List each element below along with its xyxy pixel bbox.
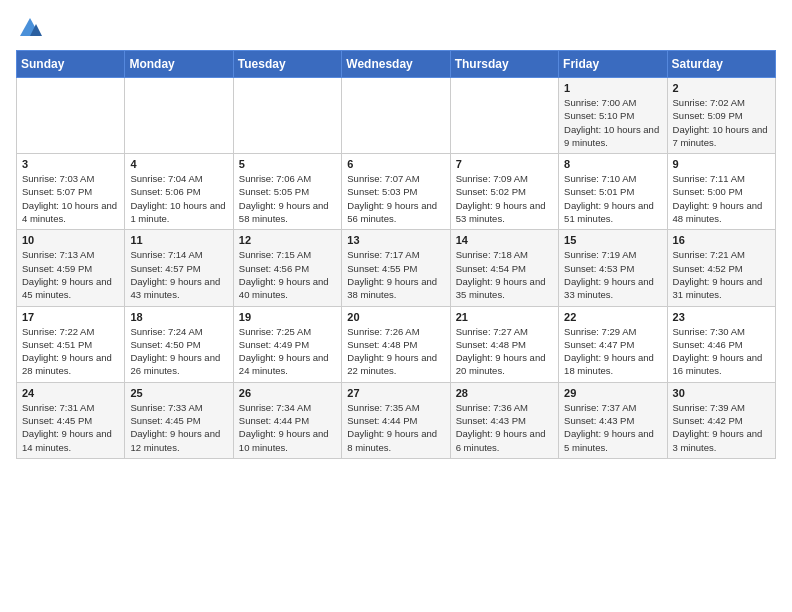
day-info: Sunrise: 7:06 AM Sunset: 5:05 PM Dayligh… (239, 172, 336, 225)
calendar-cell (450, 78, 558, 154)
calendar-cell: 15Sunrise: 7:19 AM Sunset: 4:53 PM Dayli… (559, 230, 667, 306)
calendar-cell: 6Sunrise: 7:07 AM Sunset: 5:03 PM Daylig… (342, 154, 450, 230)
day-number: 30 (673, 387, 770, 399)
day-info: Sunrise: 7:39 AM Sunset: 4:42 PM Dayligh… (673, 401, 770, 454)
day-info: Sunrise: 7:25 AM Sunset: 4:49 PM Dayligh… (239, 325, 336, 378)
day-number: 9 (673, 158, 770, 170)
day-info: Sunrise: 7:34 AM Sunset: 4:44 PM Dayligh… (239, 401, 336, 454)
day-number: 13 (347, 234, 444, 246)
calendar-cell: 29Sunrise: 7:37 AM Sunset: 4:43 PM Dayli… (559, 382, 667, 458)
weekday-header: Thursday (450, 51, 558, 78)
calendar-header-row: SundayMondayTuesdayWednesdayThursdayFrid… (17, 51, 776, 78)
weekday-header: Monday (125, 51, 233, 78)
day-number: 2 (673, 82, 770, 94)
day-number: 23 (673, 311, 770, 323)
calendar-cell: 5Sunrise: 7:06 AM Sunset: 5:05 PM Daylig… (233, 154, 341, 230)
day-number: 16 (673, 234, 770, 246)
calendar-cell: 18Sunrise: 7:24 AM Sunset: 4:50 PM Dayli… (125, 306, 233, 382)
calendar-cell: 3Sunrise: 7:03 AM Sunset: 5:07 PM Daylig… (17, 154, 125, 230)
calendar-cell: 2Sunrise: 7:02 AM Sunset: 5:09 PM Daylig… (667, 78, 775, 154)
day-number: 6 (347, 158, 444, 170)
calendar-cell: 12Sunrise: 7:15 AM Sunset: 4:56 PM Dayli… (233, 230, 341, 306)
day-info: Sunrise: 7:00 AM Sunset: 5:10 PM Dayligh… (564, 96, 661, 149)
calendar-week-row: 17Sunrise: 7:22 AM Sunset: 4:51 PM Dayli… (17, 306, 776, 382)
day-info: Sunrise: 7:27 AM Sunset: 4:48 PM Dayligh… (456, 325, 553, 378)
day-info: Sunrise: 7:29 AM Sunset: 4:47 PM Dayligh… (564, 325, 661, 378)
weekday-header: Sunday (17, 51, 125, 78)
calendar-cell (17, 78, 125, 154)
day-info: Sunrise: 7:31 AM Sunset: 4:45 PM Dayligh… (22, 401, 119, 454)
day-info: Sunrise: 7:17 AM Sunset: 4:55 PM Dayligh… (347, 248, 444, 301)
logo (16, 16, 42, 40)
calendar-week-row: 1Sunrise: 7:00 AM Sunset: 5:10 PM Daylig… (17, 78, 776, 154)
weekday-header: Saturday (667, 51, 775, 78)
day-info: Sunrise: 7:11 AM Sunset: 5:00 PM Dayligh… (673, 172, 770, 225)
calendar-week-row: 10Sunrise: 7:13 AM Sunset: 4:59 PM Dayli… (17, 230, 776, 306)
calendar-cell: 1Sunrise: 7:00 AM Sunset: 5:10 PM Daylig… (559, 78, 667, 154)
calendar-cell: 11Sunrise: 7:14 AM Sunset: 4:57 PM Dayli… (125, 230, 233, 306)
calendar-cell: 7Sunrise: 7:09 AM Sunset: 5:02 PM Daylig… (450, 154, 558, 230)
day-info: Sunrise: 7:21 AM Sunset: 4:52 PM Dayligh… (673, 248, 770, 301)
calendar-cell: 13Sunrise: 7:17 AM Sunset: 4:55 PM Dayli… (342, 230, 450, 306)
day-number: 4 (130, 158, 227, 170)
day-info: Sunrise: 7:19 AM Sunset: 4:53 PM Dayligh… (564, 248, 661, 301)
calendar-cell (342, 78, 450, 154)
day-number: 3 (22, 158, 119, 170)
day-info: Sunrise: 7:15 AM Sunset: 4:56 PM Dayligh… (239, 248, 336, 301)
day-info: Sunrise: 7:35 AM Sunset: 4:44 PM Dayligh… (347, 401, 444, 454)
logo-icon (18, 16, 42, 40)
calendar-cell: 21Sunrise: 7:27 AM Sunset: 4:48 PM Dayli… (450, 306, 558, 382)
day-number: 22 (564, 311, 661, 323)
day-number: 21 (456, 311, 553, 323)
day-number: 28 (456, 387, 553, 399)
day-info: Sunrise: 7:26 AM Sunset: 4:48 PM Dayligh… (347, 325, 444, 378)
weekday-header: Friday (559, 51, 667, 78)
calendar-cell (125, 78, 233, 154)
calendar-cell: 23Sunrise: 7:30 AM Sunset: 4:46 PM Dayli… (667, 306, 775, 382)
day-number: 19 (239, 311, 336, 323)
calendar-cell: 25Sunrise: 7:33 AM Sunset: 4:45 PM Dayli… (125, 382, 233, 458)
day-number: 27 (347, 387, 444, 399)
weekday-header: Wednesday (342, 51, 450, 78)
calendar-cell: 9Sunrise: 7:11 AM Sunset: 5:00 PM Daylig… (667, 154, 775, 230)
day-info: Sunrise: 7:10 AM Sunset: 5:01 PM Dayligh… (564, 172, 661, 225)
day-number: 7 (456, 158, 553, 170)
calendar-cell: 14Sunrise: 7:18 AM Sunset: 4:54 PM Dayli… (450, 230, 558, 306)
calendar-cell: 19Sunrise: 7:25 AM Sunset: 4:49 PM Dayli… (233, 306, 341, 382)
day-info: Sunrise: 7:37 AM Sunset: 4:43 PM Dayligh… (564, 401, 661, 454)
calendar-cell: 28Sunrise: 7:36 AM Sunset: 4:43 PM Dayli… (450, 382, 558, 458)
calendar-week-row: 3Sunrise: 7:03 AM Sunset: 5:07 PM Daylig… (17, 154, 776, 230)
calendar-cell: 10Sunrise: 7:13 AM Sunset: 4:59 PM Dayli… (17, 230, 125, 306)
calendar-cell: 22Sunrise: 7:29 AM Sunset: 4:47 PM Dayli… (559, 306, 667, 382)
day-number: 20 (347, 311, 444, 323)
page-header (16, 16, 776, 40)
calendar-cell: 16Sunrise: 7:21 AM Sunset: 4:52 PM Dayli… (667, 230, 775, 306)
day-number: 25 (130, 387, 227, 399)
day-info: Sunrise: 7:30 AM Sunset: 4:46 PM Dayligh… (673, 325, 770, 378)
day-number: 24 (22, 387, 119, 399)
day-number: 14 (456, 234, 553, 246)
day-info: Sunrise: 7:18 AM Sunset: 4:54 PM Dayligh… (456, 248, 553, 301)
day-number: 8 (564, 158, 661, 170)
calendar-table: SundayMondayTuesdayWednesdayThursdayFrid… (16, 50, 776, 459)
day-info: Sunrise: 7:24 AM Sunset: 4:50 PM Dayligh… (130, 325, 227, 378)
day-info: Sunrise: 7:09 AM Sunset: 5:02 PM Dayligh… (456, 172, 553, 225)
day-number: 10 (22, 234, 119, 246)
day-number: 1 (564, 82, 661, 94)
calendar-cell: 27Sunrise: 7:35 AM Sunset: 4:44 PM Dayli… (342, 382, 450, 458)
calendar-cell: 24Sunrise: 7:31 AM Sunset: 4:45 PM Dayli… (17, 382, 125, 458)
day-number: 18 (130, 311, 227, 323)
day-number: 17 (22, 311, 119, 323)
day-info: Sunrise: 7:07 AM Sunset: 5:03 PM Dayligh… (347, 172, 444, 225)
day-info: Sunrise: 7:33 AM Sunset: 4:45 PM Dayligh… (130, 401, 227, 454)
day-info: Sunrise: 7:04 AM Sunset: 5:06 PM Dayligh… (130, 172, 227, 225)
calendar-cell: 20Sunrise: 7:26 AM Sunset: 4:48 PM Dayli… (342, 306, 450, 382)
calendar-cell: 17Sunrise: 7:22 AM Sunset: 4:51 PM Dayli… (17, 306, 125, 382)
day-number: 5 (239, 158, 336, 170)
day-info: Sunrise: 7:02 AM Sunset: 5:09 PM Dayligh… (673, 96, 770, 149)
day-info: Sunrise: 7:03 AM Sunset: 5:07 PM Dayligh… (22, 172, 119, 225)
calendar-week-row: 24Sunrise: 7:31 AM Sunset: 4:45 PM Dayli… (17, 382, 776, 458)
calendar-cell: 4Sunrise: 7:04 AM Sunset: 5:06 PM Daylig… (125, 154, 233, 230)
day-info: Sunrise: 7:36 AM Sunset: 4:43 PM Dayligh… (456, 401, 553, 454)
day-number: 11 (130, 234, 227, 246)
